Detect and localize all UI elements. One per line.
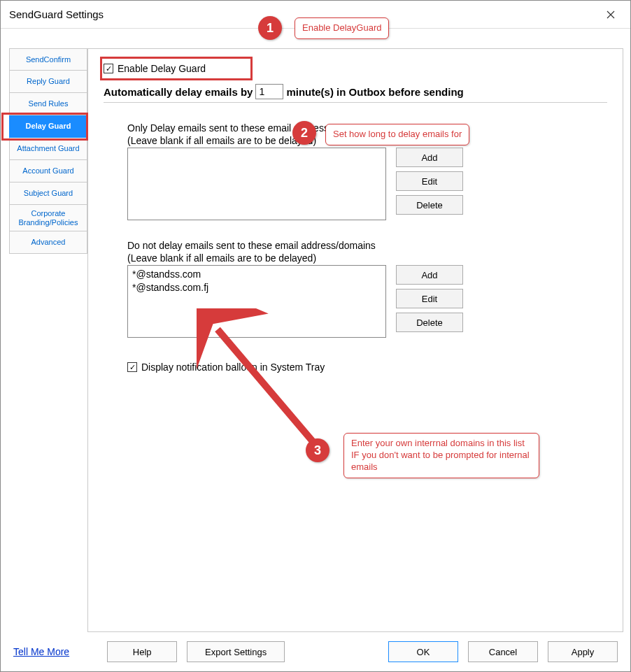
enable-delay-checkbox[interactable]: ✓ <box>104 64 113 73</box>
list-item[interactable]: *@standss.com <box>132 268 381 281</box>
apply-button[interactable]: Apply <box>548 641 618 662</box>
only-delay-edit-button[interactable]: Edit <box>396 171 463 191</box>
enable-delay-row: ✓ Enable Delay Guard <box>104 63 607 74</box>
dialog-body: SendConfirm Reply Guard Send Rules Delay… <box>1 29 630 632</box>
tab-attachment-guard[interactable]: Attachment Guard <box>9 138 87 160</box>
notify-checkbox[interactable]: ✓ <box>127 362 137 372</box>
cancel-button[interactable]: Cancel <box>468 641 538 662</box>
notify-label: Display notification balloon in System T… <box>141 362 325 373</box>
annotation-badge-3: 3 <box>306 438 329 462</box>
annotation-label-3: Enter your own interrnal domains in this… <box>343 433 539 478</box>
window-title: SendGuard Settings <box>9 8 104 20</box>
sidebar: SendConfirm Reply Guard Send Rules Delay… <box>9 48 87 254</box>
delay-suffix: minute(s) in Outbox before sending <box>286 86 463 98</box>
dont-delay-add-button[interactable]: Add <box>396 265 463 285</box>
tab-reply-guard[interactable]: Reply Guard <box>9 71 87 93</box>
annotation-badge-1: 1 <box>258 16 282 40</box>
dont-delay-delete-button[interactable]: Delete <box>396 313 463 332</box>
delay-minutes-input[interactable] <box>255 84 283 99</box>
delay-prefix: Automatically delay emails by <box>104 86 253 98</box>
only-delay-delete-button[interactable]: Delete <box>396 195 463 215</box>
only-delay-add-button[interactable]: Add <box>396 148 463 167</box>
tab-account-guard[interactable]: Account Guard <box>9 160 87 183</box>
enable-delay-label: Enable Delay Guard <box>118 63 206 74</box>
tab-delay-guard[interactable]: Delay Guard <box>9 115 87 138</box>
list-item[interactable]: *@standss.com.fj <box>132 281 381 294</box>
only-delay-listbox[interactable] <box>127 148 386 220</box>
dont-delay-sub: (Leave blank if all emails are to be del… <box>127 252 607 264</box>
export-settings-button[interactable]: Export Settings <box>187 641 285 662</box>
ok-button[interactable]: OK <box>388 641 458 662</box>
footer: Tell Me More Help Export Settings OK Can… <box>1 632 630 671</box>
delay-setting-line: Automatically delay emails by minute(s) … <box>104 84 607 103</box>
annotation-badge-2: 2 <box>292 121 316 145</box>
close-button[interactable] <box>597 2 625 27</box>
help-button[interactable]: Help <box>107 641 177 662</box>
dont-delay-listbox[interactable]: *@standss.com *@standss.com.fj <box>127 265 386 338</box>
tab-subject-guard[interactable]: Subject Guard <box>9 183 87 205</box>
tab-send-rules[interactable]: Send Rules <box>9 93 87 115</box>
annotation-label-1: Enable DelayGuard <box>295 17 389 39</box>
dont-delay-section: Do not delay emails sent to these email … <box>127 240 607 338</box>
settings-window: SendGuard Settings SendConfirm Reply Gua… <box>0 0 631 672</box>
tab-sendconfirm[interactable]: SendConfirm <box>9 48 87 71</box>
annotation-label-2: Set how long to delay emails for <box>325 124 469 145</box>
notify-row: ✓ Display notification balloon in System… <box>127 362 607 373</box>
dont-delay-edit-button[interactable]: Edit <box>396 289 463 308</box>
dont-delay-label: Do not delay emails sent to these email … <box>127 240 607 251</box>
tab-advanced[interactable]: Advanced <box>9 231 87 254</box>
tab-corporate-branding[interactable]: Corporate Branding/Policies <box>9 205 87 231</box>
tell-me-more-link[interactable]: Tell Me More <box>13 646 69 657</box>
